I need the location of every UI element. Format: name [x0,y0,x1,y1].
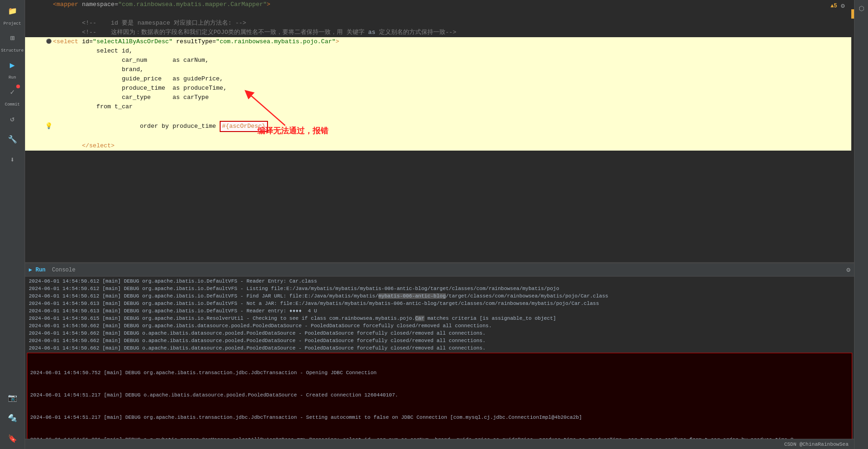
pull-icon-btn[interactable]: ⬇ [2,150,23,170]
structure-label: Structure [1,48,24,53]
run-icon-btn[interactable]: ▶ [2,55,23,75]
log-entry: 2024-06-01 14:54:50.613 [main] DEBUG org… [25,307,854,315]
log-entry: 2024-06-01 14:54:50.613 [main] DEBUG org… [25,300,854,307]
log-entry: 2024-06-01 14:54:50.662 [main] DEBUG org… [25,322,854,330]
log-area[interactable]: 2024-06-01 14:54:50.612 [main] DEBUG org… [25,277,854,439]
code-row-hl: produce_time as produceTime, [25,84,854,93]
code-row-special: 💡 order by produce_time #{ascOrDesc} [25,112,854,141]
mybatis-param: #{ascOrDesc} [220,121,268,132]
run-label: Run [8,75,16,80]
gear-btn[interactable]: ⚙ [847,266,850,274]
code-row-hl: </select> [25,141,854,151]
code-row-hl: ⚫ <select id="selectAllByAscOrDesc" resu… [25,37,854,46]
code-row-hl: car_type as carType [25,93,854,102]
right-sidebar: ⬡ [854,0,868,449]
wrench-icon-btn[interactable]: 🔩 [2,408,23,429]
log-entry: 2024-06-01 14:54:50.612 [main] DEBUG org… [25,285,854,292]
log-entry: 2024-06-01 14:54:50.662 [main] DEBUG o.a… [25,337,854,344]
gear-icon[interactable]: ⚙ [841,2,845,10]
log-entry: 2024-06-01 14:54:50.662 [main] DEBUG o.a… [25,330,854,337]
right-icon-1[interactable]: ⬡ [855,2,868,15]
commit-label: Commit [5,102,20,107]
commit-icon-btn[interactable]: ✓ [2,82,23,102]
outlined-log-block: 2024-06-01 14:54:50.752 [main] DEBUG org… [27,353,852,439]
left-sidebar: 📁 Project ⊞ Structure ▶ Run ✓ Commit ↺ 🔧… [0,0,25,449]
tools-icon-btn[interactable]: 🔧 [2,129,23,150]
scrollbar-track[interactable] [851,0,854,262]
run-tab-label: ▶ Run [29,266,46,273]
console-tab[interactable]: Console [52,267,75,273]
log-entry: 2024-06-01 14:54:50.612 [main] DEBUG org… [25,277,854,285]
bottom-panel: ▶ Run Console ⚙ 2024-06-01 14:54:50.612 … [25,262,854,439]
code-area[interactable]: <mapper namespace="com.rainbowsea.mybati… [25,0,854,151]
status-bar: CSDN @ChinaRainbowSea [25,439,854,449]
code-row: <mapper namespace="com.rainbowsea.mybati… [25,0,854,9]
structure-icon-btn[interactable]: ⊞ [2,28,23,48]
code-row-hl: from t_car [25,102,854,112]
code-row-hl: car_num as carNum, [25,56,854,65]
bookmark-icon-btn[interactable]: 🔖 [2,429,23,449]
bottom-toolbar: ▶ Run Console ⚙ [25,264,854,277]
code-section[interactable]: ▲5 ⚙ <mapper namespace="com.rainbowsea.m… [25,0,854,262]
project-icon-btn[interactable]: 📁 [2,1,23,21]
log-entry: 2024-06-01 14:54:50.662 [main] DEBUG o.a… [25,344,854,352]
log-entry: 2024-06-01 14:54:50.612 [main] DEBUG org… [25,292,854,300]
code-row [25,9,854,19]
code-row: <!-- 这样因为：数据表的字段名和我们定义POJO类的属性名不一致，要将二者保… [25,28,854,37]
log-entry: 2024-06-01 14:54:50.615 [main] DEBUG org… [25,315,854,322]
git-icon-btn[interactable]: ↺ [2,109,23,129]
code-row-hl: brand, [25,65,854,74]
code-row: <!-- id 要是 namespace 对应接口上的方法名: --> [25,19,854,28]
scrollbar-indicator [851,9,854,19]
center-content: ▲5 ⚙ <mapper namespace="com.rainbowsea.m… [25,0,854,449]
warning-count: ▲5 [830,3,837,9]
status-text: CSDN @ChinaRainbowSea [784,442,848,447]
code-row-hl: select id, [25,46,854,56]
camera-icon-btn[interactable]: 📷 [2,388,23,408]
code-row-hl: guide_price as guidePrice, [25,74,854,84]
project-label: Project [4,21,21,26]
